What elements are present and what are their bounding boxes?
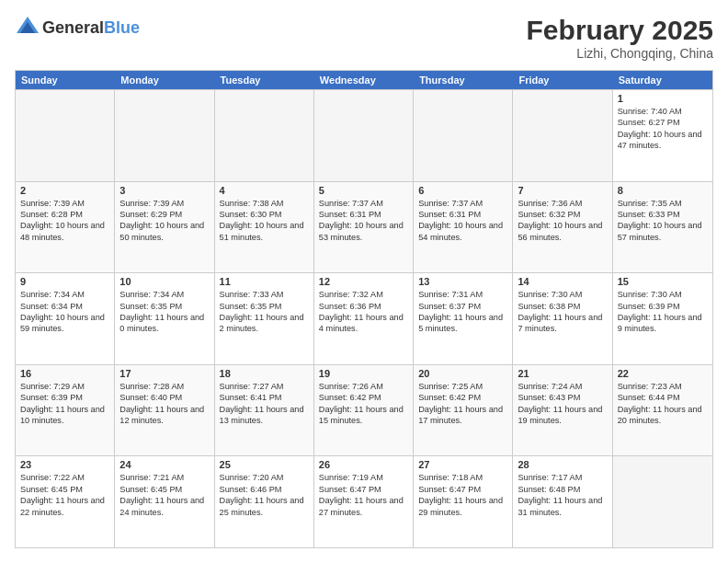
- cal-cell: 24Sunrise: 7:21 AMSunset: 6:45 PMDayligh…: [115, 456, 214, 547]
- day-number: 18: [220, 368, 309, 379]
- day-info: Sunrise: 7:27 AM: [220, 381, 309, 392]
- day-info: Sunset: 6:40 PM: [119, 392, 209, 403]
- cal-cell: 25Sunrise: 7:20 AMSunset: 6:46 PMDayligh…: [215, 456, 314, 547]
- logo-icon: [15, 15, 40, 40]
- cal-cell: 3Sunrise: 7:39 AMSunset: 6:29 PMDaylight…: [115, 182, 214, 273]
- day-info: Sunset: 6:31 PM: [319, 209, 408, 220]
- logo-general: General: [42, 18, 104, 37]
- day-info: Daylight: 10 hours and 54 minutes.: [418, 220, 507, 243]
- day-number: 12: [319, 276, 408, 287]
- cal-row-4: 23Sunrise: 7:22 AMSunset: 6:45 PMDayligh…: [16, 455, 712, 547]
- title-area: February 2025 Lizhi, Chongqing, China: [527, 15, 713, 61]
- day-info: Sunrise: 7:25 AM: [418, 381, 507, 392]
- day-info: Sunrise: 7:40 AM: [618, 106, 708, 117]
- day-number: 28: [518, 459, 607, 470]
- cal-row-2: 9Sunrise: 7:34 AMSunset: 6:34 PMDaylight…: [16, 272, 712, 364]
- cal-cell: [16, 90, 115, 181]
- day-info: Sunrise: 7:39 AM: [119, 198, 209, 209]
- cal-header-saturday: Saturday: [613, 71, 712, 89]
- day-number: 27: [418, 459, 507, 470]
- day-number: 14: [518, 276, 607, 287]
- day-info: Daylight: 11 hours and 15 minutes.: [319, 404, 408, 427]
- day-info: Sunrise: 7:26 AM: [319, 381, 408, 392]
- day-number: 15: [618, 276, 708, 287]
- day-info: Sunrise: 7:30 AM: [618, 289, 708, 300]
- day-number: 4: [220, 185, 309, 196]
- day-info: Daylight: 10 hours and 59 minutes.: [20, 312, 109, 335]
- day-info: Sunrise: 7:39 AM: [20, 198, 109, 209]
- day-info: Daylight: 10 hours and 50 minutes.: [119, 220, 209, 243]
- day-number: 22: [618, 368, 708, 379]
- cal-cell: 16Sunrise: 7:29 AMSunset: 6:39 PMDayligh…: [16, 365, 115, 456]
- day-number: 10: [119, 276, 209, 287]
- day-number: 13: [418, 276, 507, 287]
- day-number: 16: [20, 368, 109, 379]
- page: GeneralBlue February 2025 Lizhi, Chongqi…: [0, 0, 728, 563]
- day-info: Sunset: 6:39 PM: [618, 301, 708, 312]
- day-info: Sunrise: 7:18 AM: [418, 472, 507, 483]
- day-info: Daylight: 11 hours and 9 minutes.: [618, 312, 708, 335]
- day-number: 26: [319, 459, 408, 470]
- day-info: Sunset: 6:30 PM: [220, 209, 309, 220]
- cal-cell: 1Sunrise: 7:40 AMSunset: 6:27 PMDaylight…: [613, 90, 712, 181]
- cal-row-0: 1Sunrise: 7:40 AMSunset: 6:27 PMDaylight…: [16, 89, 712, 181]
- cal-cell: 20Sunrise: 7:25 AMSunset: 6:42 PMDayligh…: [414, 365, 513, 456]
- day-info: Sunset: 6:34 PM: [20, 301, 109, 312]
- cal-cell: 11Sunrise: 7:33 AMSunset: 6:35 PMDayligh…: [215, 273, 314, 364]
- day-info: Sunset: 6:28 PM: [20, 209, 109, 220]
- cal-cell: 21Sunrise: 7:24 AMSunset: 6:43 PMDayligh…: [513, 365, 612, 456]
- location: Lizhi, Chongqing, China: [527, 46, 713, 61]
- cal-cell: 14Sunrise: 7:30 AMSunset: 6:38 PMDayligh…: [513, 273, 612, 364]
- calendar-header: SundayMondayTuesdayWednesdayThursdayFrid…: [16, 71, 712, 89]
- day-info: Daylight: 11 hours and 20 minutes.: [618, 404, 708, 427]
- day-info: Sunrise: 7:35 AM: [618, 198, 708, 209]
- month-title: February 2025: [527, 15, 713, 46]
- day-info: Sunset: 6:37 PM: [418, 301, 507, 312]
- day-info: Sunrise: 7:30 AM: [518, 289, 607, 300]
- cal-row-1: 2Sunrise: 7:39 AMSunset: 6:28 PMDaylight…: [16, 181, 712, 273]
- cal-cell: [115, 90, 214, 181]
- day-info: Sunrise: 7:21 AM: [119, 472, 209, 483]
- cal-cell: 7Sunrise: 7:36 AMSunset: 6:32 PMDaylight…: [513, 182, 612, 273]
- cal-cell: 9Sunrise: 7:34 AMSunset: 6:34 PMDaylight…: [16, 273, 115, 364]
- cal-cell: 5Sunrise: 7:37 AMSunset: 6:31 PMDaylight…: [314, 182, 414, 273]
- day-info: Sunrise: 7:19 AM: [319, 472, 408, 483]
- day-info: Sunrise: 7:17 AM: [518, 472, 607, 483]
- cal-cell: 8Sunrise: 7:35 AMSunset: 6:33 PMDaylight…: [613, 182, 712, 273]
- day-info: Sunset: 6:35 PM: [119, 301, 209, 312]
- day-info: Sunrise: 7:23 AM: [618, 381, 708, 392]
- day-number: 9: [20, 276, 109, 287]
- day-info: Sunrise: 7:36 AM: [518, 198, 607, 209]
- day-info: Sunset: 6:41 PM: [220, 392, 309, 403]
- day-info: Sunset: 6:44 PM: [618, 392, 708, 403]
- day-number: 7: [518, 185, 607, 196]
- cal-cell: [314, 90, 414, 181]
- day-info: Daylight: 10 hours and 53 minutes.: [319, 220, 408, 243]
- day-info: Daylight: 11 hours and 22 minutes.: [20, 495, 109, 518]
- day-info: Daylight: 11 hours and 4 minutes.: [319, 312, 408, 335]
- day-info: Sunset: 6:43 PM: [518, 392, 607, 403]
- cal-cell: 15Sunrise: 7:30 AMSunset: 6:39 PMDayligh…: [613, 273, 712, 364]
- day-info: Sunset: 6:42 PM: [418, 392, 507, 403]
- logo: GeneralBlue: [15, 15, 140, 40]
- day-info: Sunset: 6:36 PM: [319, 301, 408, 312]
- day-number: 23: [20, 459, 109, 470]
- calendar: SundayMondayTuesdayWednesdayThursdayFrid…: [15, 70, 713, 548]
- day-info: Daylight: 11 hours and 25 minutes.: [220, 495, 309, 518]
- day-info: Daylight: 11 hours and 2 minutes.: [220, 312, 309, 335]
- cal-cell: [414, 90, 513, 181]
- day-info: Sunset: 6:48 PM: [518, 484, 607, 495]
- day-number: 19: [319, 368, 408, 379]
- day-info: Sunrise: 7:37 AM: [418, 198, 507, 209]
- day-info: Sunset: 6:27 PM: [618, 117, 708, 128]
- cal-cell: 13Sunrise: 7:31 AMSunset: 6:37 PMDayligh…: [414, 273, 513, 364]
- day-number: 25: [220, 459, 309, 470]
- day-info: Daylight: 11 hours and 5 minutes.: [418, 312, 507, 335]
- day-info: Daylight: 11 hours and 13 minutes.: [220, 404, 309, 427]
- day-number: 5: [319, 185, 408, 196]
- cal-cell: 6Sunrise: 7:37 AMSunset: 6:31 PMDaylight…: [414, 182, 513, 273]
- cal-cell: 23Sunrise: 7:22 AMSunset: 6:45 PMDayligh…: [16, 456, 115, 547]
- day-info: Sunset: 6:46 PM: [220, 484, 309, 495]
- cal-header-sunday: Sunday: [16, 71, 115, 89]
- day-number: 8: [618, 185, 708, 196]
